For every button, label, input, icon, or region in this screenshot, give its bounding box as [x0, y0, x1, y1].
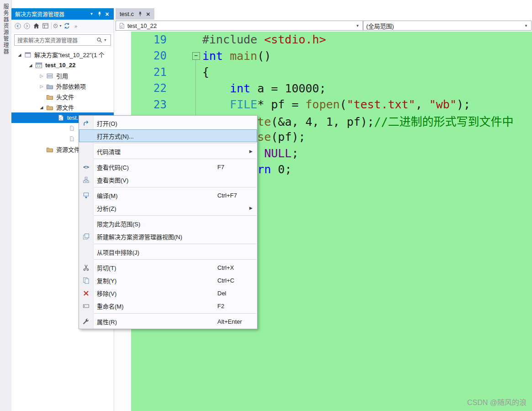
menu-separator — [94, 143, 256, 144]
tab-pin-icon[interactable] — [137, 11, 143, 17]
menu-item-code-cleanup[interactable]: 代码清理▶ — [79, 145, 257, 158]
code-line[interactable]: 22 int a = 10000; — [131, 80, 532, 97]
line-number: 23 — [131, 98, 167, 111]
search-icon[interactable] — [95, 36, 104, 44]
search-options-caret-icon[interactable]: ▼ — [104, 38, 111, 42]
sync-icon[interactable] — [62, 21, 71, 31]
tree-expanded-arrow-icon[interactable]: ◢ — [27, 63, 34, 68]
menu-separator — [94, 215, 256, 216]
menu-item-label: 新建解决方案资源管理器视图(N) — [97, 232, 182, 241]
menu-item-label: 限定为此范围(S) — [97, 219, 140, 228]
tree-item-label: 头文件 — [54, 92, 74, 101]
menu-item-remove[interactable]: 移除(V)Del — [79, 287, 257, 299]
tree-item-references[interactable]: ▷引用 — [11, 70, 114, 81]
external-deps-icon — [45, 83, 54, 90]
submenu-arrow-icon: ▶ — [249, 206, 253, 210]
code-text: { — [202, 65, 209, 79]
tree-collapsed-arrow-icon[interactable]: ▷ — [38, 74, 45, 78]
menu-item-analyze[interactable]: 分析(Z)▶ — [79, 202, 257, 214]
menu-item-exclude-from-project[interactable]: 从项目中排除(J) — [79, 246, 257, 258]
code-line[interactable]: 21{ — [131, 64, 532, 80]
menu-item-properties[interactable]: 属性(R)Alt+Enter — [79, 315, 257, 328]
switch-views-icon[interactable] — [41, 21, 50, 31]
overflow-icon[interactable]: » — [71, 21, 80, 31]
server-explorer-vertical-tab[interactable]: 服务器资源管理器 — [2, 4, 10, 55]
menu-separator — [94, 313, 256, 314]
svg-text:C: C — [59, 117, 62, 121]
menu-item-label: 打开(O) — [97, 119, 117, 128]
pending-changes-icon[interactable]: ▼ — [53, 21, 62, 31]
menu-item-view-code[interactable]: <>查看代码(C)F7 — [79, 160, 257, 173]
tab-test-c[interactable]: test.c × — [116, 8, 154, 20]
new-view-icon — [79, 233, 93, 240]
tree-item-label: 引用 — [54, 71, 68, 80]
c-file-icon: C — [119, 22, 125, 29]
tree-expanded-arrow-icon[interactable]: ◢ — [38, 105, 45, 110]
home-icon[interactable] — [32, 21, 41, 31]
scope-dropdown-value: (全局范围) — [366, 21, 394, 30]
remove-icon — [79, 290, 93, 296]
back-icon[interactable] — [13, 21, 22, 31]
menu-item-label: 代码清理 — [97, 147, 121, 156]
menu-shortcut: F2 — [217, 303, 224, 310]
tree-item-label: 源文件 — [54, 103, 74, 112]
menu-item-new-solution-explorer-view[interactable]: 新建解决方案资源管理器视图(N) — [79, 230, 257, 243]
project-dropdown[interactable]: C test_10_22 ▼ — [116, 21, 363, 31]
search-input[interactable]: 搜索解决方案资源管理器 — [15, 36, 95, 44]
tab-label: test.c — [120, 11, 134, 17]
tree-item-project-test-10-22[interactable]: ◢test_10_22 — [11, 60, 114, 70]
solution-explorer-title: 解决方案资源管理器 — [15, 10, 88, 18]
file-item-icon — [67, 125, 76, 131]
line-number: 20 — [131, 49, 167, 62]
open-icon — [79, 120, 93, 127]
rename-icon — [79, 303, 93, 310]
menu-shortcut: Del — [217, 290, 226, 297]
menu-shortcut: Ctrl+F7 — [217, 192, 237, 199]
code-line[interactable]: 23 FILE* pf = fopen("test.txt", "wb"); — [131, 96, 532, 113]
menu-item-scope-to-this[interactable]: 限定为此范围(S) — [79, 217, 257, 230]
project-dropdown-value: test_10_22 — [127, 22, 157, 29]
code-line[interactable]: 20int main() — [131, 48, 532, 64]
tree-item-header-files[interactable]: 头文件 — [11, 91, 114, 102]
menu-separator — [94, 159, 256, 159]
tree-expanded-arrow-icon[interactable]: ◢ — [16, 53, 23, 57]
navigation-bar: C test_10_22 ▼ (全局范围) ▼ — [114, 20, 532, 32]
menu-item-view-class-diagram[interactable]: 查看类图(V) — [79, 173, 257, 186]
menu-item-compile[interactable]: 编译(M)Ctrl+F7 — [79, 189, 257, 202]
forward-icon[interactable] — [22, 21, 32, 31]
menu-separator — [94, 187, 256, 187]
menu-item-label: 属性(R) — [97, 317, 117, 326]
compile-icon — [79, 192, 93, 199]
tree-item-source-files[interactable]: ◢源文件 — [11, 102, 114, 112]
menu-item-label: 复制(Y) — [97, 276, 116, 285]
code-text: FILE* pf = fopen("test.txt", "wb"); — [202, 98, 470, 111]
code-text: int main() — [202, 49, 271, 63]
menu-item-rename[interactable]: 重命名(M)F2 — [79, 299, 257, 312]
tree-item-external-dependencies[interactable]: ▷外部依赖项 — [11, 81, 114, 91]
menu-item-label: 从项目中排除(J) — [97, 248, 139, 256]
tree-collapsed-arrow-icon[interactable]: ▷ — [38, 84, 45, 89]
scope-dropdown[interactable]: (全局范围) ▼ — [363, 21, 532, 31]
close-icon[interactable]: × — [103, 10, 111, 18]
copy-icon — [79, 277, 93, 284]
fold-collapse-icon[interactable]: − — [192, 52, 200, 60]
c-file-icon: C — [56, 114, 65, 121]
pin-icon[interactable] — [95, 10, 103, 18]
code-line[interactable]: 19#include <stdio.h> — [131, 32, 532, 48]
solution-explorer-titlebar[interactable]: 解决方案资源管理器 ▼ × — [11, 8, 114, 20]
menu-separator — [94, 244, 256, 244]
chevron-down-icon[interactable]: ▼ — [88, 10, 95, 18]
menu-item-label: 分析(Z) — [97, 204, 116, 213]
line-number: 19 — [131, 33, 167, 46]
left-dock-strip: 服务器资源管理器 — [0, 0, 12, 411]
tree-item-solution[interactable]: ◢解决方案"test_10_22"(1 个 — [11, 49, 114, 60]
class-diagram-icon — [79, 176, 93, 183]
tab-close-icon[interactable]: × — [146, 11, 150, 17]
menu-item-open[interactable]: 打开(O) — [79, 117, 257, 129]
search-box[interactable]: 搜索解决方案资源管理器 ▼ — [14, 34, 111, 46]
menu-item-copy[interactable]: 复制(Y)Ctrl+C — [79, 274, 257, 287]
menu-item-cut[interactable]: 剪切(T)Ctrl+X — [79, 261, 257, 274]
dropdown-caret-icon: ▼ — [356, 24, 359, 28]
menu-item-open-with[interactable]: 打开方式(N)... — [79, 129, 257, 142]
toolbar-divider — [51, 22, 52, 29]
